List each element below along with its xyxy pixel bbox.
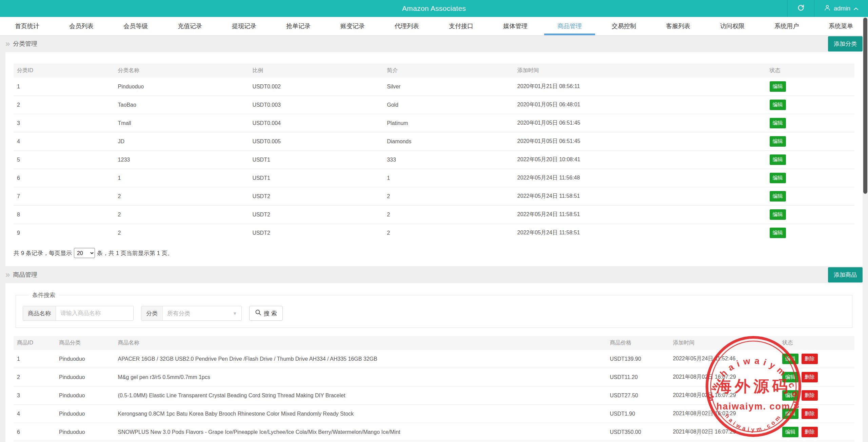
category-filter-value: 所有分类 xyxy=(167,310,190,317)
edit-button[interactable]: 编辑 xyxy=(770,228,786,238)
product-card: 条件搜索 商品名称 分类 所有分类 ▼ 搜 索 xyxy=(5,283,863,442)
scrollbar-thumb[interactable] xyxy=(863,18,867,194)
nav-tab-order-grab-records[interactable]: 抢单记录 xyxy=(271,17,326,35)
table-row: 4PinduoduoKerongsang 0.8CM 1pc Batu Kore… xyxy=(14,405,854,423)
table-cell: Platinum xyxy=(383,114,514,132)
column-header: 简介 xyxy=(383,64,514,78)
table-cell: 1 xyxy=(383,169,514,187)
column-header: 商品价格 xyxy=(606,336,669,350)
nav-tab-system-menu[interactable]: 系统菜单 xyxy=(814,17,868,35)
table-cell: USDT0.004 xyxy=(249,114,383,132)
delete-button[interactable]: 删除 xyxy=(802,372,818,382)
nav-tab-trade-control[interactable]: 交易控制 xyxy=(597,17,651,35)
nav-tab-member-list[interactable]: 会员列表 xyxy=(54,17,108,35)
table-cell: USDT1 xyxy=(249,169,383,187)
nav-tab-account-change-records[interactable]: 账变记录 xyxy=(326,17,380,35)
nav-tab-customer-service-list[interactable]: 客服列表 xyxy=(651,17,705,35)
refresh-button[interactable] xyxy=(787,0,814,17)
table-cell: 9 xyxy=(14,224,115,242)
table-cell: Silver xyxy=(383,78,514,96)
edit-button[interactable]: 编辑 xyxy=(782,354,798,364)
table-cell: Pinduoduo xyxy=(56,386,115,405)
table-cell: 2020年01月05日 06:51:45 xyxy=(514,114,766,132)
nav-tab-withdraw-records[interactable]: 提现记录 xyxy=(217,17,271,35)
edit-button[interactable]: 编辑 xyxy=(770,136,786,147)
column-header: 状态 xyxy=(766,64,854,78)
search-fieldset: 条件搜索 商品名称 分类 所有分类 ▼ 搜 索 xyxy=(16,291,852,328)
table-cell: USDT1.90 xyxy=(606,405,669,423)
caret-down-icon: ▼ xyxy=(233,311,237,316)
table-cell: 2020年01月05日 06:51:45 xyxy=(514,132,766,151)
nav-tab-home-stats[interactable]: 首页统计 xyxy=(0,17,54,35)
edit-button[interactable]: 编辑 xyxy=(782,372,798,382)
edit-button[interactable]: 编辑 xyxy=(782,390,798,401)
delete-button[interactable]: 删除 xyxy=(802,427,818,437)
table-cell: USDT0.003 xyxy=(249,96,383,114)
nav-tab-system-users[interactable]: 系统用户 xyxy=(760,17,814,35)
search-button[interactable]: 搜 索 xyxy=(249,306,283,321)
scrollbar-track[interactable] xyxy=(863,17,868,442)
pagination-prefix: 共 9 条记录，每页显示 xyxy=(14,249,72,257)
nav-tab-product-management[interactable]: 商品管理 xyxy=(542,17,597,35)
status-cell: 编辑删除 xyxy=(779,405,854,423)
edit-button[interactable]: 编辑 xyxy=(770,173,786,183)
category-section-title: 分类管理 xyxy=(13,40,37,48)
status-cell: 编辑删除 xyxy=(779,350,854,368)
edit-button[interactable]: 编辑 xyxy=(770,100,786,110)
search-button-label: 搜 索 xyxy=(264,310,277,317)
status-cell: 编辑 xyxy=(766,187,854,206)
table-cell: USDT139.90 xyxy=(606,350,669,368)
table-cell: USDT0.005 xyxy=(249,132,383,151)
table-cell: 2022年05月24日 11:58:51 xyxy=(514,224,766,242)
edit-button[interactable]: 编辑 xyxy=(770,81,786,92)
add-product-button[interactable]: 添加商品 xyxy=(828,267,863,282)
table-cell: USDT1 xyxy=(249,151,383,169)
table-cell: 2021年08月02日 16:07:29 xyxy=(669,423,778,441)
delete-button[interactable]: 删除 xyxy=(802,390,818,401)
nav-tab-media-management[interactable]: 媒体管理 xyxy=(488,17,542,35)
edit-button[interactable]: 编辑 xyxy=(770,191,786,202)
edit-button[interactable]: 编辑 xyxy=(770,154,786,165)
category-filter-label: 分类 xyxy=(141,306,163,320)
edit-button[interactable]: 编辑 xyxy=(782,408,798,419)
user-name: admin xyxy=(834,5,850,12)
status-cell: 编辑 xyxy=(766,96,854,114)
product-name-input[interactable] xyxy=(56,306,133,320)
table-row: 2TaoBaoUSDT0.003Gold2020年01月05日 06:48:01… xyxy=(14,96,854,114)
nav-tab-payment-api[interactable]: 支付接口 xyxy=(434,17,488,35)
delete-button[interactable]: 删除 xyxy=(802,408,818,419)
table-cell: Kerongsang 0.8CM 1pc Batu Korea Baby Bro… xyxy=(115,405,607,423)
product-section-title: 商品管理 xyxy=(13,271,37,279)
table-cell: 8 xyxy=(14,206,115,224)
edit-button[interactable]: 编辑 xyxy=(770,118,786,128)
edit-button[interactable]: 编辑 xyxy=(782,427,798,437)
status-cell: 编辑 xyxy=(766,206,854,224)
status-cell: 编辑 xyxy=(766,169,854,187)
delete-button[interactable]: 删除 xyxy=(802,354,818,364)
column-header: 比例 xyxy=(249,64,383,78)
category-card: 分类ID分类名称比例简介添加时间状态 1PinduoduoUSDT0.002Si… xyxy=(5,52,863,266)
category-filter-select[interactable]: 所有分类 ▼ xyxy=(163,306,241,320)
double-chevron-icon: » xyxy=(5,40,10,48)
table-cell: TaoBao xyxy=(115,96,249,114)
nav-tab-agent-list[interactable]: 代理列表 xyxy=(380,17,434,35)
user-menu[interactable]: admin xyxy=(814,0,868,17)
nav-tab-access-permission[interactable]: 访问权限 xyxy=(705,17,760,35)
table-cell: 2 xyxy=(383,206,514,224)
nav-tab-member-level[interactable]: 会员等级 xyxy=(108,17,163,35)
nav-tab-recharge-records[interactable]: 充值记录 xyxy=(163,17,217,35)
table-cell: 5 xyxy=(14,151,115,169)
table-cell: USDT2 xyxy=(249,187,383,206)
page-size-select[interactable]: 20 xyxy=(74,248,95,258)
double-chevron-icon: » xyxy=(5,271,10,279)
table-cell: 2020年01月21日 08:56:11 xyxy=(514,78,766,96)
edit-button[interactable]: 编辑 xyxy=(770,209,786,220)
status-cell: 编辑 xyxy=(766,224,854,242)
add-category-button[interactable]: 添加分类 xyxy=(828,36,863,51)
product-name-group: 商品名称 xyxy=(23,306,134,321)
table-cell: 2 xyxy=(14,368,56,386)
product-table-header-row: 商品ID商品分类商品名称商品价格添加时间状态 xyxy=(14,336,854,350)
column-header: 商品分类 xyxy=(56,336,115,350)
table-cell: M&g gel pen r3/r5 0.5mm/0.7mm 1pcs xyxy=(115,368,607,386)
table-cell: 1 xyxy=(14,78,115,96)
